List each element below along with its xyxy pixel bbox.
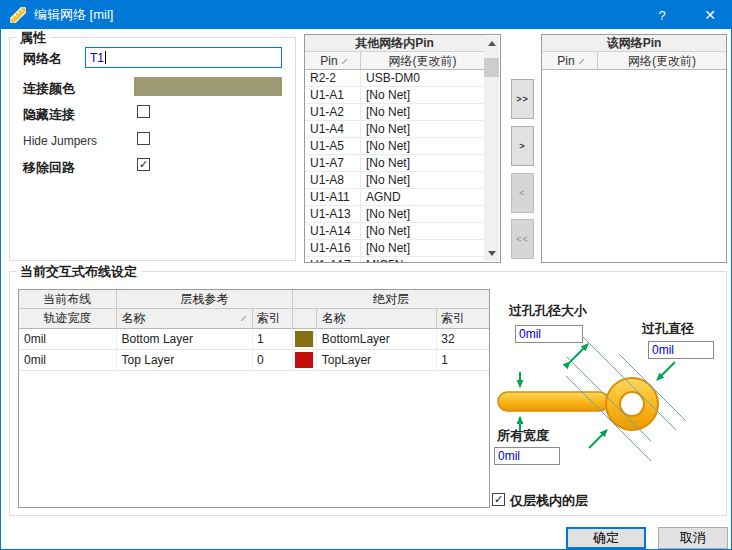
text-caret [105, 51, 106, 64]
other-pins-header[interactable]: Pin 网络(更改前) [305, 52, 484, 70]
remove-loops-checkbox[interactable]: ✓ [137, 158, 150, 171]
table-row[interactable]: R2-2 USB-DM0 [305, 70, 484, 87]
scroll-up-icon[interactable] [484, 36, 499, 51]
routing-group-label: 当前交互式布线设定 [16, 263, 141, 281]
sort-asc-icon [241, 316, 247, 322]
layer-color-swatch [295, 331, 314, 347]
stack-layers-only-checkbox[interactable]: ✓ [492, 493, 505, 506]
layer-color-cell [293, 329, 317, 349]
col-header-net[interactable]: 网络(更改前) [598, 52, 726, 69]
scroll-down-icon[interactable] [484, 246, 499, 261]
other-pins-rows: R2-2 USB-DM0 U1-A1 [No Net] U1-A2 [No Ne… [305, 70, 484, 263]
routing-rows: 0mil Bottom Layer 1 BottomLayer 32 0mil … [19, 329, 489, 371]
sort-asc-icon [341, 59, 347, 65]
hide-jumpers-checkbox[interactable] [137, 132, 150, 145]
header-abs-name[interactable]: 名称 [317, 309, 437, 328]
connection-color-label: 连接颜色 [23, 80, 75, 98]
net-name-label: 网络名 [23, 50, 62, 68]
col-header-pin[interactable]: Pin [305, 52, 361, 69]
routing-sub-headers: 轨迹宽度 名称 索引 名称 索引 [19, 309, 489, 329]
table-row[interactable]: U1-A16 [No Net] [305, 240, 484, 257]
net-name-input[interactable]: T1 [85, 47, 282, 68]
help-button[interactable]: ? [643, 1, 681, 29]
ok-button[interactable]: 确定 [566, 527, 646, 549]
col-header-net[interactable]: 网络(更改前) [361, 52, 484, 69]
header-current-route[interactable]: 当前布线 [19, 290, 117, 308]
table-row[interactable]: U1-A7 [No Net] [305, 155, 484, 172]
move-right-button[interactable]: > [511, 126, 534, 166]
table-row[interactable]: U1-A13 [No Net] [305, 206, 484, 223]
hide-connection-checkbox[interactable] [137, 105, 150, 118]
layer-color-swatch [295, 352, 314, 368]
via-hole-size-label: 过孔孔径大小 [509, 302, 587, 320]
scrollbar-thumb[interactable] [484, 58, 499, 77]
properties-group-label: 属性 [16, 29, 50, 47]
properties-group: 属性 [9, 37, 296, 261]
table-row[interactable]: U1-A2 [No Net] [305, 104, 484, 121]
cancel-button[interactable]: 取消 [658, 527, 728, 549]
table-row[interactable]: U1-A8 [No Net] [305, 172, 484, 189]
table-row[interactable]: U1-A11 AGND [305, 189, 484, 206]
net-pins-header[interactable]: Pin 网络(更改前) [542, 52, 726, 70]
close-button[interactable]: ✕ [691, 1, 729, 29]
other-pins-table: 其他网络内Pin Pin 网络(更改前) R2-2 USB-DM0 U1-A1 … [304, 34, 501, 263]
table-row[interactable]: U1-A5 [No Net] [305, 138, 484, 155]
all-widths-label: 所有宽度 [497, 427, 549, 445]
net-pins-table: 该网络Pin Pin 网络(更改前) [541, 34, 727, 263]
remove-loops-label: 移除回路 [23, 159, 75, 177]
move-left-button[interactable]: < [511, 173, 534, 213]
table-row[interactable]: 0mil Top Layer 0 TopLayer 1 [19, 350, 489, 371]
stack-layers-only-label: 仅层栈内的层 [510, 492, 588, 510]
col-header-pin[interactable]: Pin [542, 52, 598, 69]
via-hole-size-input[interactable] [515, 325, 583, 343]
scrollbar[interactable] [484, 36, 499, 261]
via-hole [620, 392, 644, 416]
table-row[interactable]: U1-A17 MIC5N [305, 257, 484, 263]
via-diameter-label: 过孔直径 [642, 320, 694, 338]
ruler-icon [10, 7, 26, 23]
edit-net-dialog: 编辑网络 [mil] ? ✕ 属性 网络名 T1 连接颜色 隐藏连接 Hide … [0, 0, 732, 550]
header-layer-color [293, 309, 317, 328]
connection-color-swatch[interactable] [134, 77, 282, 96]
move-all-right-button[interactable]: >> [511, 79, 534, 119]
header-stack-ref[interactable]: 层栈参考 [117, 290, 293, 308]
net-name-value: T1 [90, 51, 104, 65]
routing-table: 当前布线 层栈参考 绝对层 轨迹宽度 名称 索引 名称 索引 0mil Bott… [18, 289, 490, 508]
net-pins-title: 该网络Pin [542, 35, 726, 52]
table-row[interactable]: U1-A1 [No Net] [305, 87, 484, 104]
other-pins-title: 其他网络内Pin [305, 35, 484, 52]
layer-color-cell [293, 350, 317, 370]
table-row[interactable]: U1-A4 [No Net] [305, 121, 484, 138]
dialog-title: 编辑网络 [mil] [34, 6, 113, 24]
header-stack-name[interactable]: 名称 [117, 309, 253, 328]
header-absolute-layer[interactable]: 绝对层 [293, 290, 489, 308]
header-stack-index[interactable]: 索引 [253, 309, 293, 328]
table-row[interactable]: 0mil Bottom Layer 1 BottomLayer 32 [19, 329, 489, 350]
hide-connection-label: 隐藏连接 [23, 106, 75, 124]
header-abs-index[interactable]: 索引 [437, 309, 489, 328]
header-trace-width[interactable]: 轨迹宽度 [19, 309, 117, 328]
routing-group-headers: 当前布线 层栈参考 绝对层 [19, 290, 489, 309]
move-all-left-button[interactable]: << [511, 219, 534, 259]
trace-shape [498, 392, 609, 411]
sort-asc-icon [578, 59, 584, 65]
hide-jumpers-label: Hide Jumpers [23, 134, 97, 148]
via-diameter-input[interactable] [648, 341, 714, 359]
titlebar[interactable]: 编辑网络 [mil] ? ✕ [1, 1, 731, 29]
table-row[interactable]: U1-A14 [No Net] [305, 223, 484, 240]
all-widths-input[interactable] [494, 447, 560, 465]
